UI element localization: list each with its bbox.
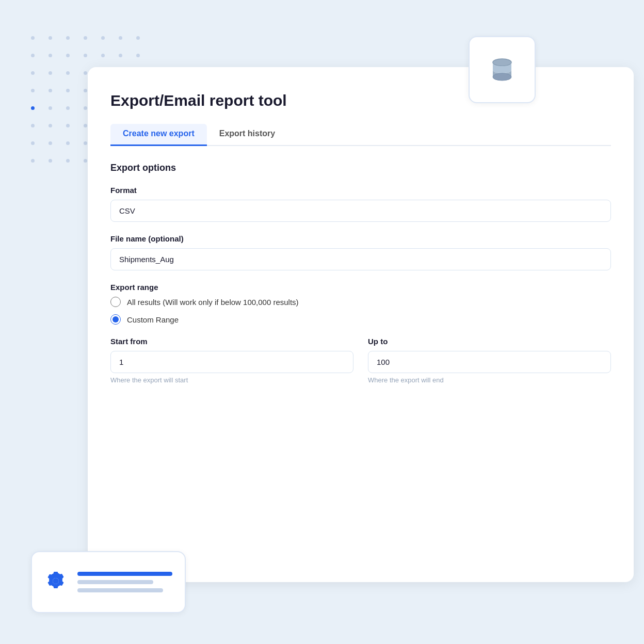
start-from-input-wrap (110, 351, 353, 373)
page-title: Export/Email report tool (110, 92, 611, 109)
gear-icon (44, 570, 67, 592)
tab-create-new-export[interactable]: Create new export (110, 124, 207, 146)
gear-card (31, 551, 186, 613)
start-from-col: Start from Where the export will start (110, 337, 353, 384)
gear-card-lines (77, 572, 172, 592)
up-to-input-wrap (368, 351, 611, 373)
export-range-field-group: Export range All results (Will work only… (110, 283, 611, 384)
tabs-container: Create new export Export history (110, 124, 611, 146)
up-to-input[interactable] (368, 351, 611, 373)
radio-all-results[interactable] (110, 297, 121, 307)
range-inputs-row: Start from Where the export will start U… (110, 337, 611, 384)
start-from-input[interactable] (110, 351, 353, 373)
svg-point-1 (493, 73, 511, 81)
filename-field-group: File name (optional) (110, 234, 611, 270)
up-to-col: Up to Where the export will end (368, 337, 611, 384)
radio-all-results-label: All results (Will work only if below 100… (127, 298, 299, 307)
radio-option-custom-range[interactable]: Custom Range (110, 314, 611, 325)
gear-card-line-2 (77, 580, 153, 584)
export-range-label: Export range (110, 283, 611, 292)
up-to-label: Up to (368, 337, 611, 346)
filename-input[interactable] (110, 248, 611, 270)
database-icon (488, 55, 517, 84)
radio-custom-range[interactable] (110, 314, 121, 325)
radio-group-range: All results (Will work only if below 100… (110, 297, 611, 325)
start-from-hint: Where the export will start (110, 376, 353, 384)
svg-point-0 (493, 59, 511, 66)
radio-option-all-results[interactable]: All results (Will work only if below 100… (110, 297, 611, 307)
section-title-export-options: Export options (110, 163, 611, 173)
format-input[interactable] (110, 200, 611, 222)
main-card: Export/Email report tool Create new expo… (88, 67, 634, 582)
format-field-group: Format (110, 186, 611, 222)
database-icon-card (469, 36, 536, 103)
up-to-hint: Where the export will end (368, 376, 611, 384)
gear-icon-wrap (44, 570, 67, 594)
format-label: Format (110, 186, 611, 195)
gear-card-line-1 (77, 572, 172, 576)
tab-export-history[interactable]: Export history (207, 124, 287, 146)
start-from-label: Start from (110, 337, 353, 346)
gear-card-line-3 (77, 588, 163, 592)
filename-label: File name (optional) (110, 234, 611, 243)
radio-custom-range-label: Custom Range (127, 315, 179, 324)
